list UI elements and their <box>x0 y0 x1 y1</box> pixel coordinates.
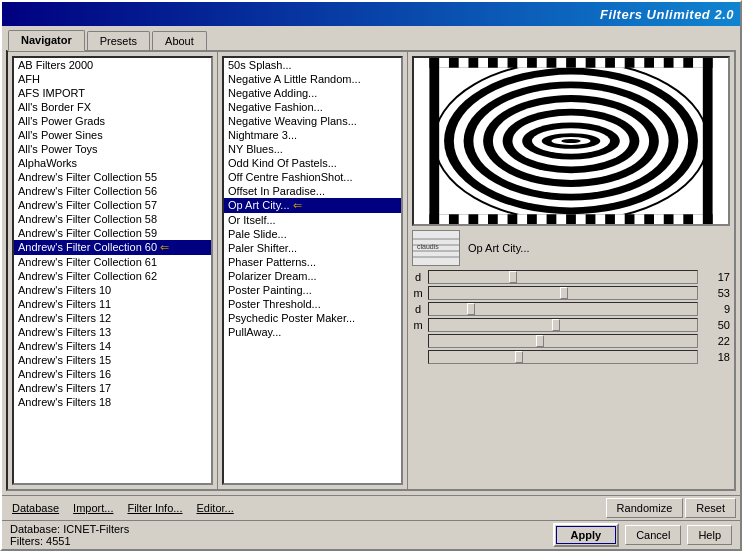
category-list-item[interactable]: All's Power Toys <box>14 142 211 156</box>
category-list-item[interactable]: Andrew's Filter Collection 60 ⇐ <box>14 240 211 255</box>
slider-track[interactable] <box>428 270 698 284</box>
filter-list-item[interactable]: Poster Threshold... <box>224 297 401 311</box>
slider-track[interactable] <box>428 334 698 348</box>
slider-track[interactable] <box>428 318 698 332</box>
filter-list-item[interactable]: 50s Splash... <box>224 58 401 72</box>
category-list-item[interactable]: Andrew's Filters 18 <box>14 395 211 409</box>
category-list-item[interactable]: Andrew's Filter Collection 57 <box>14 198 211 212</box>
editor-button[interactable]: Editor... <box>190 500 239 516</box>
category-list-item[interactable]: Andrew's Filter Collection 59 <box>14 226 211 240</box>
category-list-item[interactable]: Andrew's Filters 12 <box>14 311 211 325</box>
filter-list-item[interactable]: Negative Weaving Plans... <box>224 114 401 128</box>
reset-button[interactable]: Reset <box>685 498 736 518</box>
filter-list-item[interactable]: NY Blues... <box>224 142 401 156</box>
category-listbox[interactable]: AB Filters 2000AFHAFS IMPORTAll's Border… <box>12 56 213 485</box>
status-database-text: Database: ICNET-Filters <box>10 523 129 535</box>
slider-thumb[interactable] <box>536 335 544 347</box>
filter-list-item[interactable]: Nightmare 3... <box>224 128 401 142</box>
filter-list-item[interactable]: Odd Kind Of Pastels... <box>224 156 401 170</box>
filter-list-item[interactable]: Negative Adding... <box>224 86 401 100</box>
category-list-item[interactable]: Andrew's Filters 16 <box>14 367 211 381</box>
svg-rect-15 <box>429 58 712 68</box>
svg-rect-35 <box>478 214 488 224</box>
svg-rect-24 <box>537 58 547 68</box>
svg-rect-17 <box>429 58 439 224</box>
slider-thumb[interactable] <box>467 303 475 315</box>
svg-rect-36 <box>498 214 508 224</box>
tab-navigator[interactable]: Navigator <box>8 30 85 51</box>
filter-list-item[interactable]: Phaser Patterns... <box>224 255 401 269</box>
randomize-button[interactable]: Randomize <box>606 498 684 518</box>
svg-rect-16 <box>429 214 712 224</box>
category-list-item[interactable]: Andrew's Filter Collection 61 <box>14 255 211 269</box>
svg-rect-31 <box>674 58 684 68</box>
slider-thumb[interactable] <box>560 287 568 299</box>
title-bar-text: Filters Unlimited 2.0 <box>600 7 734 22</box>
category-list-item[interactable]: Andrew's Filter Collection 58 <box>14 212 211 226</box>
filter-listbox[interactable]: 50s Splash...Negative A Little Random...… <box>222 56 403 485</box>
filter-list-item[interactable]: Pale Slide... <box>224 227 401 241</box>
main-content: AB Filters 2000AFHAFS IMPORTAll's Border… <box>6 50 736 491</box>
slider-thumb[interactable] <box>515 351 523 363</box>
category-list-item[interactable]: Andrew's Filter Collection 56 <box>14 184 211 198</box>
action-buttons: Apply Cancel Help <box>553 523 732 547</box>
category-list-item[interactable]: Andrew's Filter Collection 62 <box>14 269 211 283</box>
category-list-item[interactable]: AB Filters 2000 <box>14 58 211 72</box>
category-list-item[interactable]: All's Power Sines <box>14 128 211 142</box>
slider-row: 18 <box>412 350 730 364</box>
slider-thumb[interactable] <box>552 319 560 331</box>
slider-value: 18 <box>702 351 730 363</box>
slider-value: 50 <box>702 319 730 331</box>
help-button[interactable]: Help <box>687 525 732 545</box>
svg-rect-19 <box>439 58 449 68</box>
slider-track[interactable] <box>428 286 698 300</box>
category-list-item[interactable]: AFH <box>14 72 211 86</box>
apply-button[interactable]: Apply <box>553 523 620 547</box>
svg-rect-41 <box>595 214 605 224</box>
filter-list-item[interactable]: Poster Painting... <box>224 283 401 297</box>
slider-label: m <box>412 287 424 299</box>
category-list-item[interactable]: All's Border FX <box>14 100 211 114</box>
filter-list-item[interactable]: Offset In Paradise... <box>224 184 401 198</box>
tab-about[interactable]: About <box>152 31 207 50</box>
category-list-item[interactable]: Andrew's Filter Collection 55 <box>14 170 211 184</box>
filter-thumbnail: claudis <box>412 230 460 266</box>
slider-label: m <box>412 319 424 331</box>
slider-thumb[interactable] <box>509 271 517 283</box>
filter-list-item[interactable]: Negative A Little Random... <box>224 72 401 86</box>
filter-list-item[interactable]: Polarizer Dream... <box>224 269 401 283</box>
category-list-item[interactable]: Andrew's Filters 10 <box>14 283 211 297</box>
tab-presets[interactable]: Presets <box>87 31 150 50</box>
database-button[interactable]: Database <box>6 500 65 516</box>
filter-list-item[interactable]: Off Centre FashionShot... <box>224 170 401 184</box>
svg-rect-39 <box>556 214 566 224</box>
category-list-item[interactable]: All's Power Grads <box>14 114 211 128</box>
import-button[interactable]: Import... <box>67 500 119 516</box>
sliders-area: d17m53d9m502218 <box>412 270 730 485</box>
slider-value: 22 <box>702 335 730 347</box>
category-list-item[interactable]: Andrew's Filters 11 <box>14 297 211 311</box>
category-list-item[interactable]: Andrew's Filters 13 <box>14 325 211 339</box>
category-list-item[interactable]: AFS IMPORT <box>14 86 211 100</box>
filter-list-item[interactable]: PullAway... <box>224 325 401 339</box>
slider-track[interactable] <box>428 302 698 316</box>
filter-list-item[interactable]: Paler Shifter... <box>224 241 401 255</box>
slider-track[interactable] <box>428 350 698 364</box>
category-list-item[interactable]: Andrew's Filters 17 <box>14 381 211 395</box>
slider-row: d17 <box>412 270 730 284</box>
category-list-item[interactable]: Andrew's Filters 15 <box>14 353 211 367</box>
filter-list-item[interactable]: Negative Fashion... <box>224 100 401 114</box>
filter-list-item[interactable]: Op Art City... ⇐ <box>224 198 401 213</box>
category-list-item[interactable]: AlphaWorks <box>14 156 211 170</box>
svg-rect-40 <box>576 214 586 224</box>
cancel-button[interactable]: Cancel <box>625 525 681 545</box>
filter-info-button[interactable]: Filter Info... <box>121 500 188 516</box>
category-list-item[interactable]: Andrew's Filters 14 <box>14 339 211 353</box>
filter-list-item[interactable]: Or Itself... <box>224 213 401 227</box>
svg-rect-30 <box>654 58 664 68</box>
svg-rect-46 <box>693 214 703 224</box>
status-bar: Database: ICNET-Filters Filters: 4551 Ap… <box>2 520 740 549</box>
filter-list-item[interactable]: Psychedic Poster Maker... <box>224 311 401 325</box>
svg-rect-26 <box>576 58 586 68</box>
slider-value: 53 <box>702 287 730 299</box>
